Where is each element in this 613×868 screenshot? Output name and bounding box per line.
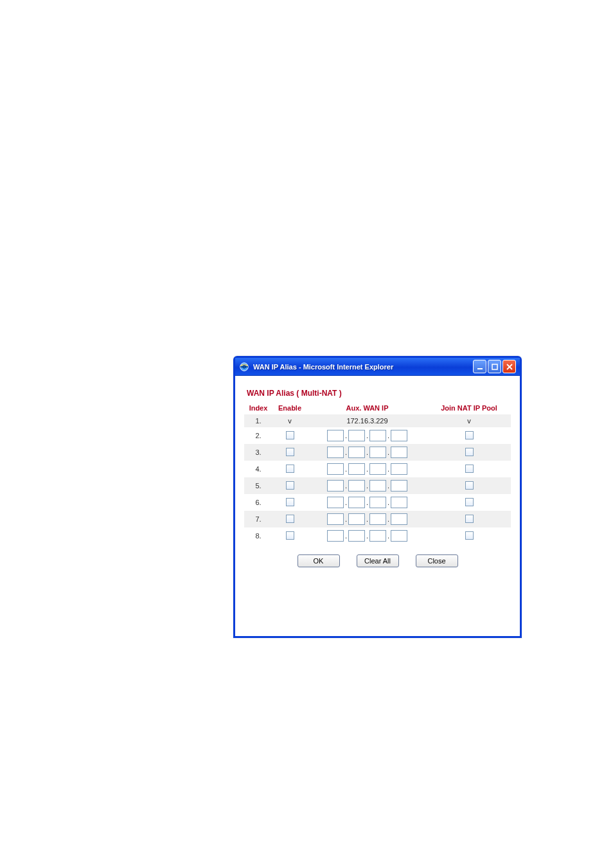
ip-dot: . (386, 482, 391, 490)
col-aux-ip: Aux. WAN IP (307, 402, 427, 414)
ip-octet-input[interactable] (391, 463, 407, 475)
row-index: 7. (244, 511, 272, 527)
ip-octet-input[interactable] (369, 497, 386, 508)
ip-dot: . (365, 448, 369, 456)
enable-checkbox[interactable] (286, 531, 294, 540)
ip-octet-input[interactable] (369, 513, 386, 525)
ip-octet-input[interactable] (348, 480, 365, 492)
row-index: 6. (244, 494, 272, 511)
ip-octet-input[interactable] (391, 480, 407, 492)
enable-checkbox[interactable] (286, 448, 294, 456)
window-title: WAN IP Alias - Microsoft Internet Explor… (253, 363, 473, 371)
pool-checkbox[interactable] (465, 531, 474, 540)
table-row: 7.... (244, 511, 511, 527)
row-index: 4. (244, 461, 272, 477)
ip-octet-input[interactable] (327, 530, 344, 542)
enable-checkbox[interactable] (286, 481, 294, 490)
ip-octet-input[interactable] (369, 480, 386, 492)
ip-dot: . (344, 515, 348, 523)
ip-dot: . (386, 448, 391, 456)
table-row: 6.... (244, 494, 511, 511)
pool-static: v (467, 417, 471, 425)
enable-checkbox[interactable] (286, 498, 294, 506)
ip-octet-input[interactable] (348, 447, 365, 458)
close-button[interactable]: Close (416, 554, 458, 567)
table-row: 2.... (244, 427, 511, 444)
ip-octet-input[interactable] (391, 430, 407, 441)
ip-octet-input[interactable] (391, 497, 407, 508)
aux-ip-inputs: ... (327, 463, 407, 475)
maximize-button[interactable] (488, 360, 501, 373)
pool-checkbox[interactable] (465, 431, 474, 439)
ip-octet-input[interactable] (391, 447, 407, 458)
page-heading: WAN IP Alias ( Multi-NAT ) (244, 389, 511, 398)
ip-dot: . (386, 432, 391, 439)
ip-dot: . (386, 532, 391, 540)
ip-dot: . (344, 482, 348, 490)
table-row: 4.... (244, 461, 511, 477)
ip-octet-input[interactable] (348, 530, 365, 542)
table-row: 1.v172.16.3.229v (244, 414, 511, 427)
ip-dot: . (344, 465, 348, 473)
svg-rect-4 (492, 364, 497, 369)
svg-rect-2 (240, 366, 248, 368)
row-index: 3. (244, 444, 272, 461)
pool-checkbox[interactable] (465, 481, 474, 490)
ip-octet-input[interactable] (348, 497, 365, 508)
ip-dot: . (386, 499, 391, 506)
col-pool: Join NAT IP Pool (427, 402, 511, 414)
ip-octet-input[interactable] (348, 463, 365, 475)
ip-octet-input[interactable] (391, 530, 407, 542)
clear-all-button[interactable]: Clear All (357, 554, 399, 567)
col-enable: Enable (272, 402, 307, 414)
ip-dot: . (344, 499, 348, 506)
row-index: 5. (244, 477, 272, 494)
table-row: 8.... (244, 527, 511, 544)
row-index: 2. (244, 427, 272, 444)
enable-checkbox[interactable] (286, 515, 294, 523)
window-controls (473, 360, 516, 373)
ip-dot: . (365, 499, 369, 506)
titlebar[interactable]: WAN IP Alias - Microsoft Internet Explor… (235, 358, 520, 376)
row-index: 8. (244, 527, 272, 544)
alias-table: Index Enable Aux. WAN IP Join NAT IP Poo… (244, 402, 511, 544)
ip-octet-input[interactable] (369, 447, 386, 458)
ip-dot: . (365, 432, 369, 439)
ie-icon (239, 362, 249, 372)
ip-dot: . (365, 465, 369, 473)
close-window-button[interactable] (502, 360, 516, 373)
ok-button[interactable]: OK (298, 554, 340, 567)
row-index: 1. (244, 414, 272, 427)
content-area: WAN IP Alias ( Multi-NAT ) Index Enable … (235, 376, 520, 574)
ip-octet-input[interactable] (391, 513, 407, 525)
ip-octet-input[interactable] (327, 463, 344, 475)
table-row: 3.... (244, 444, 511, 461)
pool-checkbox[interactable] (465, 465, 474, 473)
ip-octet-input[interactable] (369, 530, 386, 542)
ip-dot: . (365, 532, 369, 540)
ip-octet-input[interactable] (327, 497, 344, 508)
ip-octet-input[interactable] (327, 430, 344, 441)
enable-checkbox[interactable] (286, 465, 294, 473)
aux-ip-inputs: ... (327, 447, 407, 458)
ip-dot: . (365, 482, 369, 490)
ip-octet-input[interactable] (327, 447, 344, 458)
minimize-button[interactable] (473, 360, 486, 373)
pool-checkbox[interactable] (465, 448, 474, 456)
ip-octet-input[interactable] (369, 463, 386, 475)
aux-ip-inputs: ... (327, 480, 407, 492)
ip-octet-input[interactable] (327, 480, 344, 492)
ip-octet-input[interactable] (348, 430, 365, 441)
ip-dot: . (386, 465, 391, 473)
aux-ip-static: 172.16.3.229 (346, 417, 387, 425)
ip-dot: . (344, 532, 348, 540)
aux-ip-inputs: ... (327, 513, 407, 525)
ip-octet-input[interactable] (369, 430, 386, 441)
enable-checkbox[interactable] (286, 431, 294, 439)
button-row: OK Clear All Close (244, 554, 511, 567)
ip-dot: . (386, 515, 391, 523)
ip-octet-input[interactable] (327, 513, 344, 525)
pool-checkbox[interactable] (465, 498, 474, 506)
ip-octet-input[interactable] (348, 513, 365, 525)
pool-checkbox[interactable] (465, 515, 474, 523)
